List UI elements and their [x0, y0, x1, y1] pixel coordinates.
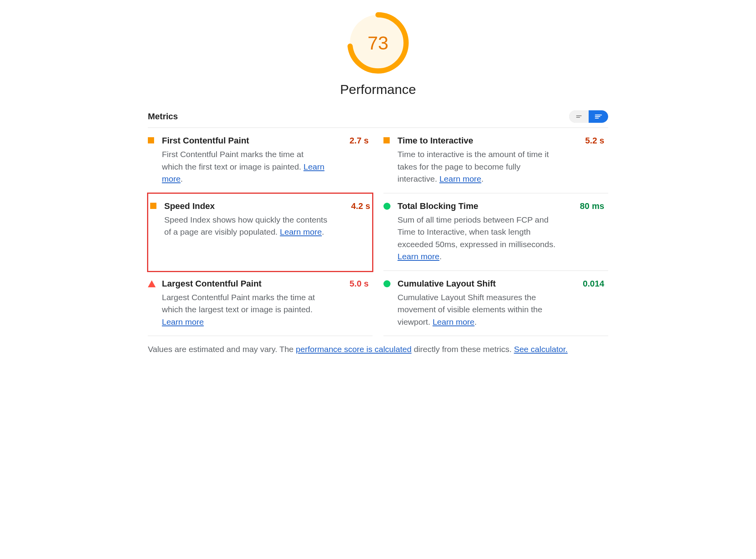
- metric-card: Time to InteractiveTime to interactive i…: [383, 128, 608, 193]
- footnote-text-mid: directly from these metrics.: [412, 345, 514, 354]
- metric-value: 2.7 s: [350, 136, 369, 146]
- metric-card: Cumulative Layout ShiftCumulative Layout…: [383, 271, 608, 336]
- gauge-label: Performance: [340, 82, 416, 97]
- metric-card: First Contentful PaintFirst Contentful P…: [148, 128, 373, 193]
- gauge-score: 73: [347, 12, 409, 74]
- learn-more-link[interactable]: Learn more: [280, 227, 322, 236]
- metric-description: Sum of all time periods between FCP and …: [398, 214, 561, 263]
- metric-description-text: First Contentful Paint marks the time at…: [162, 150, 303, 171]
- metric-card: Total Blocking TimeSum of all time perio…: [383, 193, 608, 271]
- metric-value: 5.0 s: [350, 279, 369, 289]
- metric-description-text: Sum of all time periods between FCP and …: [398, 215, 555, 249]
- toggle-expanded-button[interactable]: [589, 110, 608, 123]
- metric-title: Total Blocking Time: [398, 201, 576, 211]
- square-status-icon: [383, 137, 390, 143]
- trailing-period: .: [474, 317, 477, 326]
- metric-title: Largest Contentful Paint: [162, 279, 346, 289]
- metric-description: Cumulative Layout Shift measures the mov…: [398, 291, 561, 328]
- metric-card: Largest Contentful PaintLargest Contentf…: [148, 271, 373, 336]
- trailing-period: .: [481, 174, 484, 183]
- trailing-period: .: [181, 174, 183, 183]
- learn-more-link[interactable]: Learn more: [162, 317, 204, 326]
- performance-score-link[interactable]: performance score is calculated: [296, 345, 411, 354]
- metric-description-text: Largest Contentful Paint marks the time …: [162, 293, 315, 314]
- metric-value: 0.014: [583, 279, 604, 289]
- circle-status-icon: [383, 280, 390, 287]
- triangle-status-icon: [148, 280, 156, 287]
- gauge-circle: 73: [347, 12, 409, 74]
- square-status-icon: [150, 203, 156, 209]
- metrics-heading: Metrics: [148, 111, 178, 122]
- metric-value: 80 ms: [580, 201, 604, 211]
- toggle-compact-button[interactable]: [569, 110, 589, 123]
- footnote: Values are estimated and may vary. The p…: [148, 345, 608, 354]
- metric-card: Speed IndexSpeed Index shows how quickly…: [148, 193, 373, 271]
- footnote-text: Values are estimated and may vary. The: [148, 345, 296, 354]
- square-status-icon: [148, 137, 154, 143]
- metric-description: Speed Index shows how quickly the conten…: [164, 214, 328, 238]
- learn-more-link[interactable]: Learn more: [398, 252, 439, 261]
- metric-value: 4.2 s: [351, 201, 370, 211]
- metric-value: 5.2 s: [585, 136, 604, 146]
- trailing-period: .: [322, 227, 324, 236]
- compact-lines-icon: [576, 115, 582, 118]
- trailing-period: .: [439, 252, 442, 261]
- metric-title: Cumulative Layout Shift: [398, 279, 579, 289]
- metric-description: First Contentful Paint marks the time at…: [162, 148, 326, 185]
- performance-gauge: 73 Performance: [148, 12, 608, 97]
- metric-title: First Contentful Paint: [162, 136, 346, 146]
- metric-description: Largest Contentful Paint marks the time …: [162, 291, 326, 328]
- circle-status-icon: [383, 203, 390, 210]
- see-calculator-link[interactable]: See calculator.: [514, 345, 568, 354]
- view-toggle: [569, 110, 608, 123]
- metric-title: Time to Interactive: [398, 136, 581, 146]
- learn-more-link[interactable]: Learn more: [433, 317, 474, 326]
- learn-more-link[interactable]: Learn more: [439, 174, 481, 183]
- expanded-lines-icon: [595, 115, 602, 119]
- metric-title: Speed Index: [164, 201, 347, 211]
- metric-description: Time to interactive is the amount of tim…: [398, 148, 561, 185]
